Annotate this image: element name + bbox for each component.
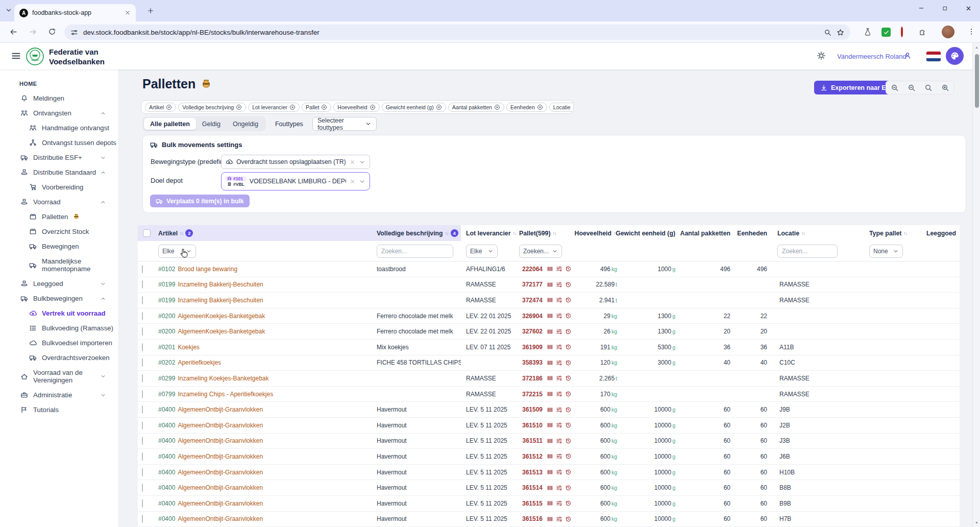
remove-chip-icon[interactable] — [573, 104, 574, 110]
article-number-link[interactable]: #0400 — [158, 515, 175, 522]
sidebar-item-distributie-standaard[interactable]: Distributie Standaard — [0, 165, 118, 180]
sort-icon[interactable]: ↑↓ — [445, 231, 449, 236]
article-name-link[interactable]: AlgemeenOntbijt-Graanvlokken — [178, 437, 263, 444]
sort-icon[interactable]: ↑↓ — [553, 231, 556, 236]
article-number-link[interactable]: #0400 — [158, 437, 175, 444]
history-icon[interactable] — [565, 344, 572, 350]
barcode-icon[interactable] — [547, 438, 553, 444]
scroll-up-icon[interactable]: ▲ — [975, 45, 978, 49]
article-number-link[interactable]: #0200 — [158, 313, 175, 320]
browser-profile-avatar[interactable] — [942, 26, 954, 38]
barcode-icon[interactable] — [547, 313, 553, 319]
history-icon[interactable] — [565, 266, 572, 272]
filter-select-article[interactable]: Elke — [158, 245, 196, 258]
window-maximize-button[interactable] — [933, 0, 957, 16]
pallet-number-link[interactable]: 327602 — [520, 328, 543, 335]
column-header-units[interactable]: Eenheden — [736, 225, 772, 241]
filter-select-type_pallet[interactable]: None — [869, 245, 903, 258]
extension-flask-icon[interactable] — [864, 28, 872, 36]
row-checkbox[interactable] — [142, 421, 143, 429]
article-number-link[interactable]: #0299 — [158, 375, 175, 382]
extensions-puzzle-icon[interactable] — [919, 28, 927, 36]
sort-icon[interactable]: ↑↓ — [801, 231, 805, 236]
pallet-number-link[interactable]: 372177 — [520, 281, 543, 288]
row-checkbox[interactable] — [142, 437, 143, 445]
article-number-link[interactable]: #0200 — [158, 328, 175, 335]
sliders-icon[interactable] — [556, 281, 562, 288]
article-number-link[interactable]: #0400 — [158, 469, 175, 476]
sidebar-item-ontvangsten[interactable]: Ontvangsten — [0, 106, 118, 121]
forward-icon[interactable] — [29, 28, 37, 36]
article-number-link[interactable]: #0400 — [158, 422, 175, 429]
zoom-out-icon[interactable] — [886, 81, 903, 94]
extension-check-icon[interactable] — [881, 28, 891, 37]
page-scrollbar[interactable]: ▲ ▼ — [972, 43, 980, 527]
article-number-link[interactable]: #0199 — [158, 297, 175, 304]
sliders-icon[interactable] — [556, 516, 562, 522]
scroll-down-icon[interactable]: ▼ — [975, 521, 978, 524]
sliders-icon[interactable] — [556, 500, 562, 507]
article-name-link[interactable]: AlgemeenOntbijt-Graanvlokken — [178, 422, 263, 429]
column-header-pallet[interactable]: Pallet(599)↑↓ — [514, 225, 576, 241]
filter-chip[interactable]: Artikel — [145, 103, 176, 112]
tab-search-chevron-icon[interactable] — [5, 7, 12, 14]
article-name-link[interactable]: Inzameling Koekjes-Banketgebak — [178, 375, 268, 382]
sidebar-item-ontvangst-tussen-depots[interactable]: Ontvangst tussen depots — [0, 135, 118, 150]
article-number-link[interactable]: #0102 — [158, 266, 175, 273]
sliders-icon[interactable] — [556, 266, 562, 272]
sidebar-item-distributie-esf[interactable]: Distributie ESF+ — [0, 150, 118, 165]
pallet-number-link[interactable]: 361516 — [520, 515, 543, 522]
back-icon[interactable] — [9, 28, 18, 36]
barcode-icon[interactable] — [547, 266, 553, 272]
article-name-link[interactable]: AlgemeenOntbijt-Graanvlokken — [178, 484, 263, 491]
history-icon[interactable] — [565, 516, 572, 522]
sidebar-item-bulkbewegingen[interactable]: Bulkbewegingen — [0, 291, 118, 306]
pallet-number-link[interactable]: 222064 — [520, 266, 543, 273]
barcode-icon[interactable] — [547, 360, 553, 366]
row-checkbox[interactable] — [142, 452, 143, 461]
barcode-icon[interactable] — [547, 375, 553, 381]
pallet-number-link[interactable]: 326904 — [520, 313, 543, 320]
window-close-button[interactable] — [957, 0, 980, 16]
scrollbar-thumb[interactable] — [975, 54, 979, 108]
row-checkbox[interactable] — [142, 484, 143, 492]
barcode-icon[interactable] — [547, 453, 553, 460]
barcode-icon[interactable] — [547, 469, 553, 475]
article-number-link[interactable]: #0799 — [158, 391, 175, 398]
history-icon[interactable] — [565, 297, 572, 303]
movement-type-select[interactable]: Overdracht tussen opslagplaatsen (TR) — [221, 155, 370, 169]
sliders-icon[interactable] — [556, 360, 562, 366]
sidebar-item-overzicht-stock[interactable]: Overzicht Stock — [0, 224, 118, 239]
pallet-number-link[interactable]: 361509 — [520, 406, 543, 413]
tab-close-icon[interactable] — [125, 10, 131, 16]
sidebar-item-bewegingen[interactable]: Bewegingen — [0, 239, 118, 254]
filter-input-description[interactable] — [377, 245, 453, 258]
pallet-number-link[interactable]: 372215 — [520, 391, 543, 398]
article-number-link[interactable]: #0400 — [158, 453, 175, 460]
column-header-leeggoed[interactable]: Leeggoed — [921, 225, 960, 241]
filter-chip[interactable]: Lot leverancier — [248, 103, 300, 112]
tab-alle-palletten[interactable]: Alle palletten — [144, 118, 196, 130]
pallet-number-link[interactable]: 361512 — [520, 453, 543, 460]
sidebar-item-leeggoed[interactable]: Leeggoed — [0, 276, 118, 291]
theme-toggle-sun-icon[interactable] — [817, 51, 826, 60]
sliders-icon[interactable] — [556, 313, 562, 319]
column-header-packages[interactable]: Aantal pakketten — [680, 225, 736, 241]
row-checkbox[interactable] — [142, 405, 143, 414]
barcode-icon[interactable] — [547, 344, 553, 350]
barcode-icon[interactable] — [547, 485, 553, 491]
history-icon[interactable] — [565, 438, 572, 444]
sidebar-item-overdrachtsverzoeken[interactable]: Overdrachtsverzoeken — [0, 350, 118, 365]
article-number-link[interactable]: #0201 — [158, 344, 175, 351]
reload-icon[interactable] — [48, 28, 56, 36]
row-checkbox[interactable] — [142, 343, 143, 351]
history-icon[interactable] — [565, 485, 572, 491]
move-bulk-button[interactable]: Verplaats 0 item(s) in bulk — [150, 195, 250, 207]
barcode-icon[interactable] — [547, 297, 553, 303]
sidebar-item-bulkvoeding-ramasse[interactable]: Bulkvoeding (Ramasse) — [0, 321, 118, 336]
article-name-link[interactable]: Inzameling Bakkerij-Beschuiten — [178, 297, 263, 304]
filter-chip[interactable]: Hoeveelheid — [333, 103, 379, 112]
tab-geldig[interactable]: Geldig — [196, 118, 227, 130]
article-name-link[interactable]: AlgemeenKoekjes-Banketgebak — [178, 313, 265, 320]
article-number-link[interactable]: #0400 — [158, 406, 175, 413]
